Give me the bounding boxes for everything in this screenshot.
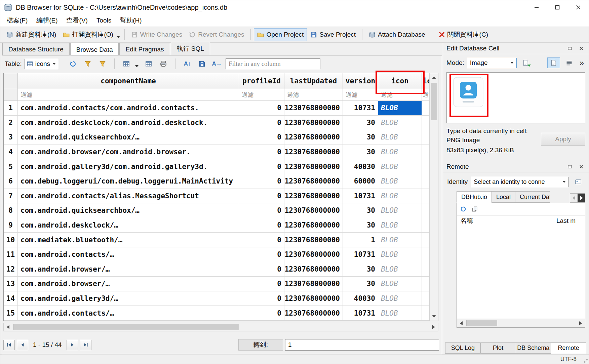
- text-view-button[interactable]: [547, 57, 560, 68]
- cell-overflow[interactable]: [422, 203, 429, 218]
- table-row[interactable]: 8com.android.quicksearchbox/…01230768000…: [4, 203, 429, 218]
- cell-profileid[interactable]: 0: [239, 277, 284, 291]
- cell-icon-blob[interactable]: BLOB: [378, 174, 422, 189]
- cell-overflow[interactable]: [422, 247, 429, 262]
- filter-profileid[interactable]: 過濾: [239, 89, 284, 101]
- cell-overflow[interactable]: [422, 262, 429, 277]
- horizontal-scroll-thumb[interactable]: [13, 324, 239, 330]
- cell-version[interactable]: 30: [343, 130, 378, 145]
- apply-button[interactable]: Apply: [541, 133, 585, 146]
- cell-image-preview[interactable]: [446, 72, 585, 123]
- cell-overflow[interactable]: [422, 306, 429, 321]
- cell-version[interactable]: 30: [343, 145, 378, 160]
- sort-ascending-button[interactable]: A↓: [181, 58, 193, 70]
- goto-button[interactable]: 轉到:: [238, 339, 283, 351]
- mode-selector[interactable]: Image: [467, 58, 517, 68]
- tab-local[interactable]: Local: [492, 191, 515, 203]
- tab-browse-data[interactable]: Browse Data: [70, 43, 119, 55]
- cell-componentname[interactable]: com.android.contacts/…: [18, 306, 239, 321]
- cell-overflow[interactable]: [422, 174, 429, 189]
- cell-icon-blob[interactable]: BLOB: [378, 159, 422, 174]
- cell-componentname[interactable]: com.android.gallery3d/com.android.galler…: [18, 159, 239, 174]
- cell-profileid[interactable]: 0: [239, 306, 284, 321]
- insert-record-dropdown-caret[interactable]: [135, 65, 139, 67]
- table-row[interactable]: 13com.android.browser/…0123076800000030B…: [4, 277, 429, 291]
- table-row[interactable]: 1com.android.contacts/com.android.contac…: [4, 101, 429, 116]
- remote-horizontal-scrollbar[interactable]: [457, 319, 585, 327]
- clear-filters-button[interactable]: [96, 58, 109, 70]
- cell-lastupdated[interactable]: 1230768000000: [284, 262, 343, 277]
- edit-display-format-button[interactable]: A→: [211, 58, 223, 70]
- menu-file[interactable]: 檔案(F): [2, 14, 32, 27]
- cell-icon-blob[interactable]: BLOB: [378, 116, 422, 130]
- cell-componentname[interactable]: com.android.gallery3d/…: [18, 291, 239, 306]
- maximize-button[interactable]: [547, 0, 568, 14]
- tab-database-structure[interactable]: Database Structure: [2, 43, 70, 55]
- open-database-button[interactable]: 打開資料庫(O): [60, 28, 116, 42]
- menu-edit[interactable]: 編輯(E): [32, 14, 62, 27]
- cell-profileid[interactable]: 0: [239, 262, 284, 277]
- grid-vertical-scrollbar[interactable]: [429, 73, 438, 321]
- cell-profileid[interactable]: 0: [239, 291, 284, 306]
- row-number[interactable]: 13: [4, 277, 18, 291]
- cell-lastupdated[interactable]: 1230768000000: [284, 189, 343, 204]
- cell-profileid[interactable]: 0: [239, 189, 284, 204]
- cell-version[interactable]: 30: [343, 218, 378, 233]
- filter-icon[interactable]: 過濾: [378, 89, 422, 101]
- insert-record-button[interactable]: [120, 58, 132, 70]
- float-panel-button[interactable]: [566, 45, 574, 52]
- cell-icon-blob[interactable]: BLOB: [378, 130, 422, 145]
- scroll-left-button[interactable]: [4, 323, 12, 331]
- table-row[interactable]: 11com.android.contacts/…0123076800000010…: [4, 247, 429, 262]
- import-certificate-button[interactable]: [572, 176, 585, 187]
- cell-icon-blob[interactable]: BLOB: [378, 247, 422, 262]
- cell-profileid[interactable]: 0: [239, 159, 284, 174]
- cell-icon-blob[interactable]: BLOB: [378, 218, 422, 233]
- cell-icon-blob[interactable]: BLOB: [378, 189, 422, 204]
- cell-componentname[interactable]: com.android.quicksearchbox/…: [18, 130, 239, 145]
- row-number[interactable]: 1: [4, 101, 18, 116]
- tab-sql-log[interactable]: SQL Log: [445, 342, 481, 354]
- cell-version[interactable]: 30: [343, 262, 378, 277]
- scroll-right-button[interactable]: [429, 323, 438, 331]
- table-row[interactable]: 9com.android.deskclock/…0123076800000030…: [4, 218, 429, 233]
- row-number[interactable]: 9: [4, 218, 18, 233]
- cell-lastupdated[interactable]: 1230768000000: [284, 159, 343, 174]
- column-header-ic-partial[interactable]: ic: [422, 73, 429, 89]
- open-database-dropdown-caret[interactable]: [117, 36, 120, 38]
- table-row[interactable]: 15com.android.contacts/…0123076800000010…: [4, 306, 429, 321]
- filter-ic-partial[interactable]: 過濾: [422, 89, 429, 101]
- import-data-button[interactable]: [519, 57, 532, 68]
- delete-record-button[interactable]: [143, 58, 155, 70]
- cell-profileid[interactable]: 0: [239, 101, 284, 116]
- first-record-button[interactable]: [3, 340, 15, 350]
- table-row[interactable]: 5com.android.gallery3d/com.android.galle…: [4, 159, 429, 174]
- tab-scroll-right-button[interactable]: [578, 193, 585, 203]
- cell-version[interactable]: 10731: [343, 247, 378, 262]
- cell-version[interactable]: 1: [343, 233, 378, 247]
- cell-profileid[interactable]: 0: [239, 116, 284, 130]
- vertical-scroll-thumb[interactable]: [431, 83, 437, 120]
- table-row[interactable]: 2com.android.deskclock/com.android.deskc…: [4, 116, 429, 130]
- column-header-version[interactable]: version: [343, 73, 378, 89]
- grid-horizontal-scrollbar[interactable]: [3, 323, 438, 331]
- scroll-right-button[interactable]: [576, 319, 585, 327]
- close-panel-button[interactable]: [577, 163, 585, 170]
- remote-column-lastmodified[interactable]: Last m: [553, 215, 585, 226]
- tab-plot[interactable]: Plot: [480, 342, 516, 354]
- cell-overflow[interactable]: [422, 233, 429, 247]
- cell-componentname[interactable]: com.android.quicksearchbox/…: [18, 203, 239, 218]
- cell-version[interactable]: 40030: [343, 159, 378, 174]
- word-wrap-button[interactable]: [563, 57, 576, 68]
- tab-edit-pragmas[interactable]: Edit Pragmas: [119, 43, 170, 55]
- cell-icon-blob[interactable]: BLOB: [378, 203, 422, 218]
- filter-lastupdated[interactable]: 過濾: [284, 89, 343, 101]
- tab-remote[interactable]: Remote: [551, 342, 586, 354]
- cell-componentname[interactable]: com.mediatek.bluetooth/…: [18, 233, 239, 247]
- last-record-button[interactable]: [80, 340, 91, 350]
- previous-page-button[interactable]: [17, 340, 28, 350]
- row-number[interactable]: 4: [4, 145, 18, 160]
- table-row[interactable]: 14com.android.gallery3d/…012307680000004…: [4, 291, 429, 306]
- cell-icon-blob[interactable]: BLOB: [378, 277, 422, 291]
- cell-icon-blob[interactable]: BLOB: [378, 291, 422, 306]
